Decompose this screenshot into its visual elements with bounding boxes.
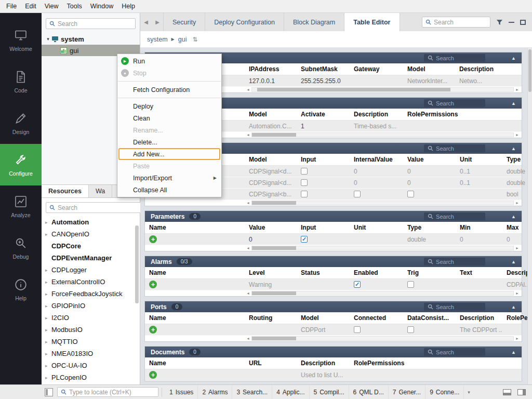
checkbox-unchecked[interactable] — [301, 179, 308, 186]
editor-tab-deploy-configuration[interactable]: Deploy Configuration — [205, 13, 284, 31]
editor-tab-table-editor[interactable]: Table Editor — [344, 13, 400, 31]
vertical-scrollbar[interactable] — [527, 48, 532, 384]
menu-file[interactable]: File — [2, 0, 21, 12]
table-row[interactable]: +WarningCDPAl... — [145, 279, 522, 290]
resource-item-cdpcore[interactable]: CDPCore — [42, 240, 140, 252]
menu-item-import-export[interactable]: Import/Export▶ — [117, 172, 221, 184]
checkbox-unchecked[interactable] — [301, 191, 308, 197]
scroll-track[interactable] — [251, 87, 514, 92]
scroll-handle[interactable] — [252, 291, 297, 295]
scroll-track[interactable] — [251, 246, 514, 250]
scroll-right-icon[interactable]: ► — [514, 133, 521, 137]
scroll-left-icon[interactable]: ◄ — [245, 133, 251, 137]
add-row-button[interactable]: + — [149, 281, 157, 288]
locate-field[interactable] — [69, 389, 155, 396]
status-button-compil[interactable]: 5Compil... — [310, 385, 349, 399]
activity-welcome[interactable]: Welcome — [0, 19, 42, 61]
activity-debug[interactable]: Debug — [0, 227, 42, 269]
resources-search-field[interactable] — [58, 204, 138, 211]
collapse-arrow-icon[interactable]: ▲ — [511, 259, 516, 264]
status-button-issues[interactable]: 1Issues — [165, 385, 198, 399]
resource-item-externalcontrolio[interactable]: ▸ExternalControlIO — [42, 276, 140, 288]
breadcrumb-root[interactable]: system — [147, 36, 168, 43]
collapse-arrow-icon[interactable]: ▲ — [511, 56, 516, 61]
editor-tab-block-diagram[interactable]: Block Diagram — [284, 13, 344, 31]
resource-item-gpiopinio[interactable]: ▸GPIOPinIO — [42, 300, 140, 312]
resource-item-automation[interactable]: ▸Automation — [42, 216, 140, 228]
scroll-handle[interactable] — [252, 201, 297, 205]
table-search-input[interactable]: Search — [424, 99, 485, 107]
table-search-input[interactable]: Search — [424, 258, 485, 265]
activity-code[interactable]: Code — [0, 61, 42, 102]
table-search-input[interactable]: Search — [424, 348, 485, 356]
resource-item-canopenio[interactable]: ▸CANOpenIO — [42, 228, 140, 240]
checkbox-unchecked[interactable] — [354, 191, 361, 197]
resource-item-cdpeventmanager[interactable]: CDPEventManager — [42, 252, 140, 264]
resources-search-box[interactable] — [46, 202, 142, 213]
collapse-arrow-icon[interactable]: ▲ — [511, 350, 516, 355]
checkbox-unchecked[interactable] — [407, 191, 414, 197]
scroll-left-icon[interactable]: ◄ — [245, 88, 251, 91]
menu-window[interactable]: Window — [86, 0, 117, 12]
maximize-icon[interactable] — [520, 20, 526, 25]
add-row-button[interactable]: + — [149, 371, 157, 379]
resource-item-i2cio[interactable]: ▸I2CIO — [42, 312, 140, 324]
activity-design[interactable]: Design — [0, 102, 42, 144]
scroll-right-icon[interactable]: ► — [514, 246, 521, 250]
collapse-arrow-icon[interactable]: ▲ — [511, 214, 516, 219]
menu-item-add-new[interactable]: Add New... — [118, 148, 220, 160]
status-button-qml-d[interactable]: 6QML D... — [349, 385, 389, 399]
checkbox-unchecked[interactable] — [301, 168, 308, 175]
editor-tab-security[interactable]: Security — [164, 13, 205, 31]
menu-item-collapse-all[interactable]: Collapse All — [117, 184, 221, 196]
scroll-right-icon[interactable]: ► — [514, 88, 521, 91]
menu-view[interactable]: View — [41, 0, 63, 12]
activity-help[interactable]: Help — [0, 269, 42, 310]
table-row[interactable]: +CDPPortThe CDPPort ... — [145, 324, 522, 336]
right-sidebar-toggle-icon[interactable] — [517, 389, 526, 395]
menu-item-fetch-configuration[interactable]: Fetch Configuration — [117, 84, 221, 96]
scroll-left-icon[interactable]: ◄ — [245, 291, 251, 295]
menu-tools[interactable]: Tools — [63, 0, 86, 12]
editor-search-box[interactable] — [422, 17, 490, 28]
status-button-search[interactable]: 3Search... — [232, 385, 272, 399]
split-icon[interactable] — [509, 22, 514, 23]
table-search-input[interactable]: Search — [424, 212, 485, 220]
scroll-left-icon[interactable]: ◄ — [245, 246, 251, 250]
menu-help[interactable]: Help — [117, 0, 139, 12]
checkbox-unchecked[interactable] — [407, 326, 414, 333]
resource-item-plcopenio[interactable]: ▸PLCopenIO — [42, 371, 140, 383]
scroll-handle[interactable] — [257, 88, 450, 91]
status-button-conne[interactable]: 9Conne... — [425, 385, 464, 399]
resource-item-cdplogger[interactable]: ▸CDPLogger — [42, 264, 140, 276]
menu-item-deploy[interactable]: Deploy — [117, 100, 221, 112]
scroll-handle[interactable] — [252, 246, 297, 250]
collapse-arrow-icon[interactable]: ▲ — [511, 146, 516, 151]
tab-wa[interactable]: Wa — [89, 185, 112, 197]
add-row-button[interactable]: + — [149, 326, 157, 334]
collapse-arrow-icon[interactable]: ▲ — [511, 304, 516, 310]
menu-item-run[interactable]: ▶Run — [117, 55, 221, 67]
table-row[interactable]: +Used to list U... — [145, 369, 522, 381]
status-button-alarms[interactable]: 2Alarms — [198, 385, 232, 399]
filter-icon[interactable] — [496, 19, 503, 25]
expander-icon[interactable]: ▾ — [45, 36, 51, 42]
scroll-left-icon[interactable]: ◄ — [245, 201, 251, 205]
resource-item-nmea0183io[interactable]: ▸NMEA0183IO — [42, 348, 140, 360]
add-row-button[interactable]: + — [149, 235, 157, 243]
scroll-handle[interactable] — [252, 337, 297, 340]
resource-item-forcefeedbackjoystick[interactable]: ▸ForceFeedbackJoystick — [42, 288, 140, 300]
table-search-input[interactable]: Search — [424, 54, 485, 62]
resource-item-opc-ua-io[interactable]: ▸OPC-UA-IO — [42, 360, 140, 371]
scroll-track[interactable] — [251, 201, 514, 205]
menu-edit[interactable]: Edit — [21, 0, 41, 12]
locate-box[interactable] — [57, 387, 158, 397]
activity-configure[interactable]: Configure — [0, 144, 42, 185]
activity-analyze[interactable]: Analyze — [0, 185, 42, 227]
tab-resources[interactable]: Resources — [42, 185, 89, 197]
scroll-right-icon[interactable]: ► — [514, 337, 521, 340]
breadcrumb-updown-icon[interactable]: ⇅ — [192, 36, 197, 43]
forward-icon[interactable]: ▶ — [152, 13, 163, 31]
collapse-arrow-icon[interactable]: ▲ — [511, 101, 516, 106]
scroll-right-icon[interactable]: ► — [514, 291, 521, 295]
